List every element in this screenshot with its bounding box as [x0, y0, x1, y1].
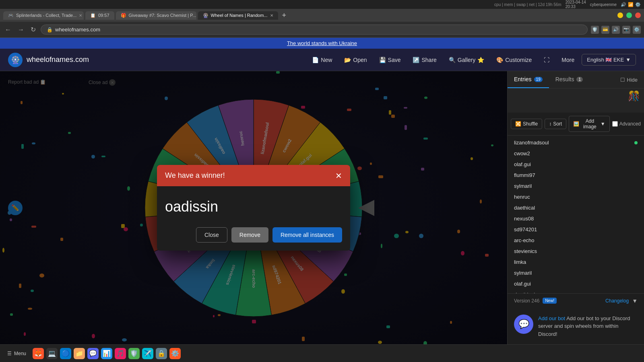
modal-title: We have a winner!	[165, 171, 225, 180]
list-item: cwow2	[508, 148, 644, 159]
remove-button[interactable]: Remove	[231, 227, 268, 243]
shuffle-button[interactable]: 🔀 Shuffle	[511, 119, 542, 129]
new-version-badge: New!	[543, 298, 557, 304]
main-area: Report bad ad 📋 Close ad ✕ ✏️ lizanofmad…	[0, 71, 644, 344]
remove-all-instances-button[interactable]: Remove all instances	[272, 227, 342, 243]
customize-button[interactable]: 🎨 Customize	[491, 54, 537, 66]
refresh-button[interactable]: ↻	[29, 24, 37, 35]
list-item: lizanofmadsoul	[508, 137, 644, 148]
settings-extension[interactable]: ⚙️	[633, 26, 641, 34]
tab-splinterlands[interactable]: 🎮 Splinterlands - Collect, Trade... ✕	[3, 11, 84, 20]
menu-icon: ☰	[7, 351, 12, 356]
discord-icon: 💬	[514, 315, 533, 334]
share-button[interactable]: ↗️ Share	[408, 54, 441, 66]
tab-entries[interactable]: Entries 19	[508, 71, 549, 88]
list-item: sylmaril	[508, 181, 644, 191]
taskbar-shield-icon[interactable]: 🛡️	[128, 348, 140, 359]
list-item: olaf.gui	[508, 278, 644, 289]
new-tab-button[interactable]: +	[280, 11, 289, 20]
back-button[interactable]: ←	[3, 25, 13, 35]
browser-tabs: 🎮 Splinterlands - Collect, Trade... ✕ 📋 …	[3, 11, 614, 20]
list-item: olaf.gui	[508, 159, 644, 170]
confetti-icon: 🎊	[628, 90, 640, 102]
shield-extension[interactable]: 🛡️	[591, 26, 599, 34]
tab-wheel-of-names[interactable]: 🎡 Wheel of Names | Random... ✕	[198, 11, 278, 20]
fullscreen-icon: ⛶	[544, 57, 549, 63]
share-icon: ↗️	[413, 57, 419, 63]
panel-toolbar: 🔀 Shuffle ↕️ Sort 🖼️ Add image ▼ Ad	[508, 113, 644, 136]
browser-extension-icons: 🛡️ 💳 🔊 📷 ⚙️	[591, 26, 641, 34]
expand-changelog-button[interactable]: ▼	[632, 298, 638, 304]
taskbar-charts-icon[interactable]: 📊	[101, 348, 112, 359]
entries-count-badge: 19	[534, 77, 543, 82]
chevron-down-icon: ▼	[601, 121, 605, 127]
add-image-button[interactable]: 🖼️ Add image ▼	[569, 116, 609, 132]
wallet-extension[interactable]: 💳	[601, 26, 609, 34]
audio-icon[interactable]: 🔊	[612, 26, 620, 34]
url-bar[interactable]: 🔒 wheelofnames.com	[41, 25, 588, 35]
taskbar-files-icon[interactable]: 📁	[74, 348, 85, 359]
system-tray: cpu | mem | swap | net | 12d 19h 56m 202…	[0, 0, 644, 9]
taskbar-music-icon[interactable]: 🎵	[115, 348, 126, 359]
changelog-link[interactable]: Changelog	[605, 298, 629, 304]
taskbar-discord-icon[interactable]: 💬	[87, 348, 99, 359]
shuffle-icon: 🔀	[515, 121, 521, 127]
taskbar: ☰ Menu 🦊 💻 🔵 📁 💬 📊 🎵 🛡️ ✈️ 🔒 ⚙️	[0, 344, 644, 362]
modal-close-x-button[interactable]: ✕	[335, 172, 342, 180]
menu-button[interactable]: ☰ Menu	[3, 349, 30, 358]
sort-button[interactable]: ↕️ Sort	[545, 119, 566, 129]
taskbar-vpn-icon[interactable]: ✈️	[142, 348, 153, 359]
modal-overlay: We have a winner! ✕ oadissin Close Remov…	[0, 71, 507, 344]
image-icon: 🖼️	[573, 121, 579, 127]
panel-footer: Version 246 New! Changelog ▼	[508, 293, 644, 308]
tab-results[interactable]: Results 1	[549, 71, 589, 88]
lock-icon: 🔒	[47, 27, 53, 33]
fullscreen-button[interactable]: ⛶	[539, 54, 554, 66]
list-item: daethical	[508, 289, 644, 293]
taskbar-flame-icon[interactable]: ⚙️	[169, 348, 181, 359]
entries-list: lizanofmadsoulcwow2olaf.guiflummi97sylma…	[508, 136, 644, 293]
logo-area: 🎡 wheelofnames.com	[8, 53, 89, 67]
advanced-toggle[interactable]: Advanced	[612, 121, 641, 127]
minimize-btn[interactable]	[617, 12, 623, 18]
discord-section: 💬 Add our bot Add our bot to your Discor…	[508, 308, 644, 345]
new-button[interactable]: 📄 New	[307, 54, 337, 66]
datetime: 2023-04-14 20:33	[566, 0, 586, 9]
forward-button[interactable]: →	[16, 25, 26, 35]
open-button[interactable]: 📂 Open	[339, 54, 372, 66]
add-bot-link[interactable]: Add our bot	[538, 315, 565, 321]
save-icon: 💾	[379, 57, 386, 63]
close-btn[interactable]	[635, 12, 641, 18]
ukraine-text: The world stands with Ukraine	[287, 40, 357, 46]
tab-time[interactable]: 📋 09:57	[85, 11, 114, 20]
tab-favicon: 🎁	[121, 13, 126, 18]
screenshot-icon[interactable]: 📷	[622, 26, 630, 34]
list-item: nexus08	[508, 213, 644, 224]
header-nav: 📄 New 📂 Open 💾 Save ↗️ Share 🔍 Gal	[307, 54, 636, 66]
language-button[interactable]: English 🇬🇧 EKE ▼	[582, 54, 636, 66]
open-icon: 📂	[344, 57, 351, 63]
save-button[interactable]: 💾 Save	[374, 54, 406, 66]
tab-giveaway[interactable]: 🎁 Giveaway #7: Scavo Chemist | P... ✕	[116, 11, 196, 20]
right-panel: Entries 19 Results 1 ☐ Hide 🎊	[507, 71, 644, 344]
advanced-checkbox[interactable]	[612, 121, 618, 127]
winner-modal: We have a winner! ✕ oadissin Close Remov…	[157, 165, 350, 251]
gallery-button[interactable]: 🔍 Gallery ⭐	[444, 54, 489, 66]
tab-close-active-btn[interactable]: ✕	[270, 13, 273, 18]
tab-favicon: 📋	[90, 13, 96, 18]
more-button[interactable]: More	[557, 54, 579, 66]
list-item: flummi97	[508, 170, 644, 181]
app-header: 🎡 wheelofnames.com 📄 New 📂 Open 💾 Save	[0, 49, 644, 71]
discord-text: Add our bot Add our bot to your Discord …	[538, 315, 638, 338]
ukraine-banner[interactable]: The world stands with Ukraine	[0, 38, 644, 49]
tab-close-btn[interactable]: ✕	[79, 13, 82, 18]
hide-button[interactable]: ☐ Hide	[614, 71, 644, 88]
address-bar: ← → ↻ 🔒 wheelofnames.com 🛡️ 💳 🔊 📷 ⚙️	[0, 22, 644, 38]
maximize-btn[interactable]	[626, 12, 632, 18]
taskbar-terminal-icon[interactable]: 💻	[46, 348, 58, 359]
close-modal-button[interactable]: Close	[196, 227, 227, 243]
taskbar-vscode-icon[interactable]: 🔵	[60, 348, 71, 359]
url-text: wheelofnames.com	[55, 27, 582, 33]
taskbar-brave-icon[interactable]: 🦊	[33, 348, 44, 359]
taskbar-lock-icon[interactable]: 🔒	[156, 348, 167, 359]
